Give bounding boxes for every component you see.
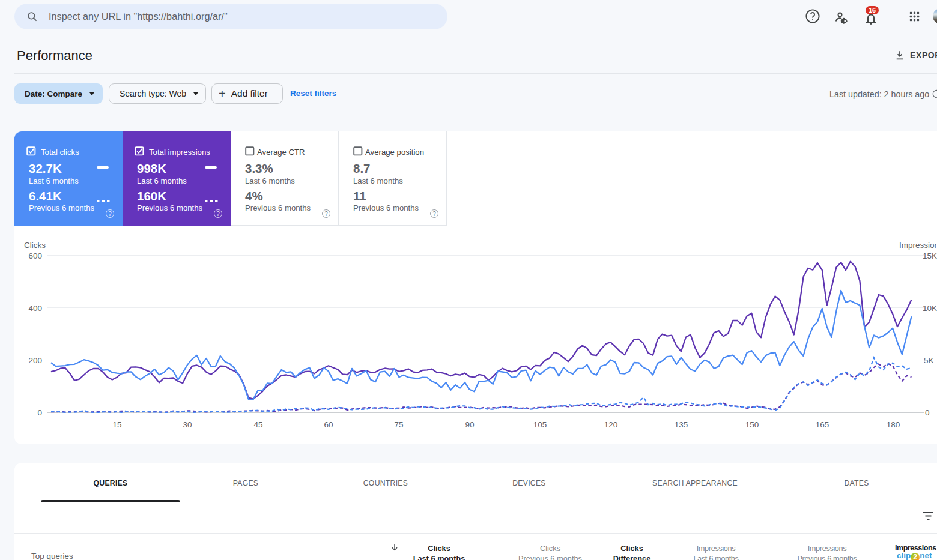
svg-text:15K: 15K <box>923 251 937 260</box>
svg-text:60: 60 <box>324 420 333 429</box>
svg-text:90: 90 <box>465 420 474 429</box>
svg-text:15: 15 <box>112 420 121 429</box>
svg-text:400: 400 <box>28 304 42 313</box>
svg-text:600: 600 <box>28 251 42 260</box>
svg-text:135: 135 <box>675 420 688 429</box>
svg-text:5K: 5K <box>924 356 934 365</box>
svg-text:Clicks: Clicks <box>24 241 46 250</box>
svg-text:200: 200 <box>28 356 42 365</box>
svg-text:75: 75 <box>394 420 403 429</box>
svg-text:165: 165 <box>816 420 829 429</box>
svg-text:10K: 10K <box>923 304 937 313</box>
svg-text:180: 180 <box>887 420 900 429</box>
svg-text:30: 30 <box>183 420 192 429</box>
svg-text:45: 45 <box>253 420 262 429</box>
svg-text:0: 0 <box>925 408 930 417</box>
svg-text:120: 120 <box>604 420 618 429</box>
svg-text:150: 150 <box>745 420 759 429</box>
svg-text:105: 105 <box>533 420 547 429</box>
svg-text:Impressions: Impressions <box>899 241 937 250</box>
svg-text:0: 0 <box>37 408 42 417</box>
